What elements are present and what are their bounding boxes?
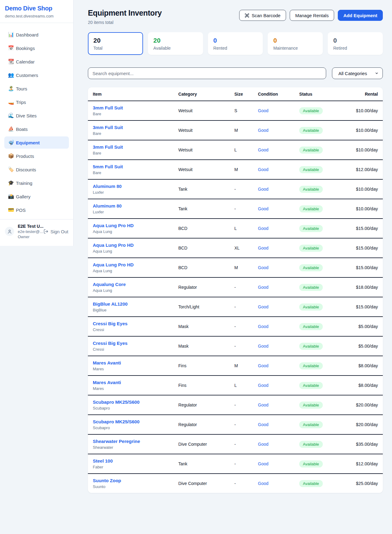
condition-link[interactable]: Good — [258, 442, 268, 447]
page-subtitle: 20 items total — [88, 20, 162, 25]
condition-link[interactable]: Good — [258, 147, 268, 152]
item-name-link[interactable]: 3mm Full Suit — [93, 105, 168, 110]
stat-card-maintenance[interactable]: 0 Maintenance — [268, 32, 323, 55]
stat-card-rented[interactable]: 0 Rented — [208, 32, 263, 55]
item-name-link[interactable]: 3mm Full Suit — [93, 144, 168, 150]
item-name-link[interactable]: Steel 100 — [93, 458, 168, 463]
table-header-row: Item Category Size Condition Status Rent… — [88, 87, 383, 101]
condition-link[interactable]: Good — [258, 246, 268, 250]
category-cell: BCD — [173, 219, 229, 238]
condition-link[interactable]: Good — [258, 461, 268, 466]
sidebar-item-gallery[interactable]: 📸 Gallery — [4, 190, 69, 203]
category-select-value: All Categories — [338, 71, 367, 76]
table-row: Scubapro MK25/S600 Scubapro Regulator - … — [88, 395, 383, 415]
condition-link[interactable]: Good — [258, 383, 268, 388]
item-brand: Luxfer — [93, 210, 168, 214]
item-name-link[interactable]: Scubapro MK25/S600 — [93, 399, 168, 405]
item-name-link[interactable]: Suunto Zoop — [93, 478, 168, 483]
status-badge: Available — [299, 166, 323, 173]
condition-link[interactable]: Good — [258, 324, 268, 329]
item-name-link[interactable]: BigBlue AL1200 — [93, 301, 168, 307]
condition-link[interactable]: Good — [258, 304, 268, 309]
item-brand: Aqua Lung — [93, 229, 168, 234]
user-role: Owner — [18, 235, 42, 239]
condition-link[interactable]: Good — [258, 344, 268, 349]
dashboard-icon: 📊 — [8, 32, 16, 37]
sidebar-item-equipment[interactable]: 🤿 Equipment — [4, 136, 69, 149]
size-cell: - — [229, 317, 253, 336]
item-name-link[interactable]: Shearwater Peregrine — [93, 439, 168, 444]
sidebar-item-dive-sites[interactable]: 🌊 Dive Sites — [4, 109, 69, 122]
condition-link[interactable]: Good — [258, 226, 268, 231]
item-name-link[interactable]: 3mm Full Suit — [93, 125, 168, 130]
condition-link[interactable]: Good — [258, 363, 268, 368]
sidebar-item-discounts[interactable]: 🏷️ Discounts — [4, 163, 69, 176]
item-name-link[interactable]: Cressi Big Eyes — [93, 341, 168, 346]
tours-icon: 🏝️ — [8, 86, 16, 91]
condition-link[interactable]: Good — [258, 402, 268, 407]
category-cell: Fins — [173, 376, 229, 395]
item-name-link[interactable]: Aluminum 80 — [93, 203, 168, 208]
item-name-link[interactable]: Aqualung Core — [93, 282, 168, 287]
stat-card-retired[interactable]: 0 Retired — [328, 32, 383, 55]
manage-rentals-button[interactable]: Manage Rentals — [290, 10, 334, 21]
item-name-link[interactable]: 5mm Full Suit — [93, 164, 168, 169]
table-row: BigBlue AL1200 BigBlue Torch/Light - Goo… — [88, 297, 383, 317]
sign-out-button[interactable]: Sign Out — [43, 229, 68, 234]
size-cell: - — [229, 434, 253, 454]
item-brand: Bare — [93, 131, 168, 136]
item-name-link[interactable]: Scubapro MK25/S600 — [93, 419, 168, 424]
item-name-link[interactable]: Aqua Lung Pro HD — [93, 223, 168, 228]
condition-link[interactable]: Good — [258, 167, 268, 172]
category-cell: Tank — [173, 179, 229, 199]
status-badge: Available — [299, 460, 323, 467]
status-badge: Available — [299, 264, 323, 271]
avatar — [5, 227, 14, 236]
sidebar-item-customers[interactable]: 👥 Customers — [4, 69, 69, 81]
condition-link[interactable]: Good — [258, 422, 268, 427]
item-cell: Aqua Lung Pro HD Aqua Lung — [88, 258, 173, 277]
condition-link[interactable]: Good — [258, 187, 268, 192]
status-badge: Available — [299, 441, 323, 448]
add-equipment-label: Add Equipment — [343, 13, 377, 18]
sidebar-item-tours[interactable]: 🏝️ Tours — [4, 82, 69, 95]
size-cell: - — [229, 199, 253, 219]
stat-card-available[interactable]: 20 Available — [148, 32, 203, 55]
sidebar-item-trips[interactable]: 🚤 Trips — [4, 96, 69, 108]
sidebar-item-bookings[interactable]: 📅 Bookings — [4, 42, 69, 54]
add-equipment-button[interactable]: Add Equipment — [338, 10, 383, 21]
item-name-link[interactable]: Aqua Lung Pro HD — [93, 242, 168, 248]
search-input[interactable] — [88, 67, 326, 79]
sidebar-item-training[interactable]: 🎓 Training — [4, 177, 69, 189]
dive-sites-icon: 🌊 — [8, 113, 16, 118]
condition-cell: Good — [253, 140, 294, 160]
condition-link[interactable]: Good — [258, 265, 268, 270]
item-cell: Scubapro MK25/S600 Scubapro — [88, 415, 173, 434]
size-cell: M — [229, 160, 253, 179]
item-name-link[interactable]: Cressi Big Eyes — [93, 321, 168, 326]
item-name-link[interactable]: Mares Avanti — [93, 380, 168, 385]
item-name-link[interactable]: Mares Avanti — [93, 360, 168, 365]
item-brand: Aqua Lung — [93, 249, 168, 254]
category-cell: Wetsuit — [173, 160, 229, 179]
status-cell: Available — [294, 120, 341, 140]
status-badge: Available — [299, 147, 323, 154]
stat-card-total[interactable]: 20 Total — [88, 32, 143, 55]
scan-barcode-button[interactable]: Scan Barcode — [239, 10, 286, 21]
category-select[interactable]: All Categories — [332, 67, 383, 79]
item-cell: Shearwater Peregrine Shearwater — [88, 434, 173, 454]
condition-link[interactable]: Good — [258, 108, 268, 113]
sidebar-item-pos[interactable]: 💳 POS — [4, 204, 69, 216]
item-brand: Mares — [93, 367, 168, 371]
sidebar-item-boats[interactable]: ⛵ Boats — [4, 123, 69, 135]
item-name-link[interactable]: Aqua Lung Pro HD — [93, 262, 168, 267]
sidebar-item-dashboard[interactable]: 📊 Dashboard — [4, 29, 69, 41]
condition-link[interactable]: Good — [258, 481, 268, 486]
sidebar-item-products[interactable]: 📦 Products — [4, 150, 69, 162]
item-name-link[interactable]: Aluminum 80 — [93, 184, 168, 189]
sidebar-item-calendar[interactable]: 📆 Calendar — [4, 55, 69, 68]
condition-link[interactable]: Good — [258, 128, 268, 133]
item-brand: Cressi — [93, 347, 168, 352]
condition-link[interactable]: Good — [258, 206, 268, 211]
condition-link[interactable]: Good — [258, 285, 268, 290]
